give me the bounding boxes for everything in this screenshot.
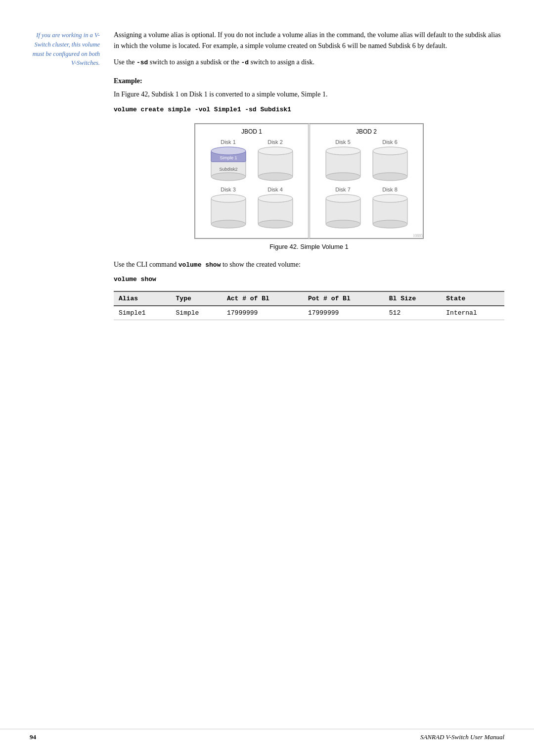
page: If you are working in a V-Switch cluster… xyxy=(0,0,534,756)
th-state: State xyxy=(441,291,504,306)
svg-point-22 xyxy=(326,194,360,202)
td-bl-size: 512 xyxy=(384,306,442,320)
paragraph-1: Assigning a volume alias is optional. If… xyxy=(114,30,504,52)
disk7-label: Disk 7 xyxy=(335,187,351,192)
figure-container: JBOD 1 Disk 1 xyxy=(114,123,504,239)
disk7-cylinder xyxy=(324,193,362,229)
disk8-item: Disk 8 xyxy=(369,187,411,229)
td-type: Simple xyxy=(171,306,222,320)
svg-text:Subdisk2: Subdisk2 xyxy=(219,167,237,172)
jbod2-bottom-row: Disk 7 xyxy=(314,187,419,229)
svg-point-10 xyxy=(211,194,246,202)
disk1-item: Disk 1 xyxy=(207,139,249,182)
paragraph-2: Use the -sd switch to assign a subdisk o… xyxy=(114,57,504,68)
disk8-cylinder xyxy=(371,193,409,229)
disk4-label: Disk 4 xyxy=(267,187,283,192)
td-state: Internal xyxy=(441,306,504,320)
svg-point-19 xyxy=(373,147,407,155)
figure-diagram: JBOD 1 Disk 1 xyxy=(194,123,424,239)
example-heading: Example: xyxy=(114,77,504,85)
table-header-row: Alias Type Act # of Bl Pot # of Bl Bl Si… xyxy=(114,291,504,306)
jbod2-box: JBOD 2 Disk 5 xyxy=(310,124,423,238)
svg-point-26 xyxy=(373,220,407,228)
disk5-label: Disk 5 xyxy=(335,139,351,145)
jbod1-top-row: Disk 1 xyxy=(199,139,304,182)
disk4-item: Disk 4 xyxy=(254,187,296,229)
svg-point-2 xyxy=(211,147,246,155)
para2-switch2: -d xyxy=(241,59,249,66)
disk7-item: Disk 7 xyxy=(322,187,364,229)
th-alias: Alias xyxy=(114,291,171,306)
disk2-cylinder xyxy=(256,146,295,182)
disk5-cylinder xyxy=(324,146,362,182)
disk6-cylinder xyxy=(371,146,409,182)
th-pot-bl: Pot # of Bl xyxy=(303,291,384,306)
disk8-label: Disk 8 xyxy=(382,187,398,192)
svg-point-14 xyxy=(258,220,293,228)
svg-point-25 xyxy=(373,194,407,202)
disk6-label: Disk 6 xyxy=(382,139,398,145)
disk1-label: Disk 1 xyxy=(221,139,236,145)
th-type: Type xyxy=(171,291,222,306)
page-footer: 94 SANRAD V-Switch User Manual xyxy=(0,729,534,741)
jbod1-box: JBOD 1 Disk 1 xyxy=(195,124,309,238)
sidebar-note: If you are working in a V-Switch cluster… xyxy=(30,30,109,320)
disk3-cylinder xyxy=(209,193,248,229)
para2-mid: switch to assign a subdisk or the xyxy=(148,58,241,66)
svg-text:Simple 1: Simple 1 xyxy=(220,155,237,160)
svg-point-3 xyxy=(211,173,246,181)
main-content: Assigning a volume alias is optional. If… xyxy=(109,30,504,320)
jbod1-bottom-row: Disk 3 xyxy=(199,187,304,229)
cli-intro-suffix: to show the created volume: xyxy=(221,261,300,268)
td-pot-bl: 17999999 xyxy=(303,306,384,320)
jbod2-title: JBOD 2 xyxy=(314,128,419,135)
command-1: volume create simple -vol Simple1 -sd Su… xyxy=(114,106,504,113)
para2-prefix: Use the xyxy=(114,58,136,66)
disk6-item: Disk 6 xyxy=(369,139,411,182)
th-act-bl: Act # of Bl xyxy=(222,291,303,306)
footer-manual-title: SANRAD V-Switch User Manual xyxy=(420,733,504,741)
svg-point-8 xyxy=(258,173,293,181)
disk5-item: Disk 5 xyxy=(322,139,364,182)
jbod1-title: JBOD 1 xyxy=(199,128,304,135)
cli-command: volume show xyxy=(178,261,221,269)
table-row: Simple1 Simple 17999999 17999999 512 Int… xyxy=(114,306,504,320)
figure-badge: 10885 xyxy=(413,234,423,238)
disk2-label: Disk 2 xyxy=(267,139,283,145)
cli-intro-prefix: Use the CLI command xyxy=(114,261,178,268)
svg-point-16 xyxy=(326,147,360,155)
para2-suffix: switch to assign a disk. xyxy=(249,58,314,66)
svg-point-13 xyxy=(258,194,293,202)
disk2-item: Disk 2 xyxy=(254,139,296,182)
sidebar-note-text: If you are working in a V-Switch cluster… xyxy=(33,32,100,66)
table-section: Alias Type Act # of Bl Pot # of Bl Bl Si… xyxy=(114,291,504,320)
volume-show-cmd: volume show xyxy=(114,276,504,283)
disk4-cylinder xyxy=(256,193,295,229)
th-bl-size: Bl Size xyxy=(384,291,442,306)
para2-switch1: -sd xyxy=(136,59,148,66)
svg-point-11 xyxy=(211,220,246,228)
footer-page-number: 94 xyxy=(30,733,36,741)
jbod2-top-row: Disk 5 xyxy=(314,139,419,182)
td-act-bl: 17999999 xyxy=(222,306,303,320)
example-text: In Figure 42, Subdisk 1 on Disk 1 is con… xyxy=(114,89,504,100)
svg-point-7 xyxy=(258,147,293,155)
para1-text: Assigning a volume alias is optional. If… xyxy=(114,31,501,49)
svg-point-20 xyxy=(373,173,407,181)
figure-caption-text: Figure 42. Simple Volume 1 xyxy=(269,243,349,250)
disk3-item: Disk 3 xyxy=(207,187,249,229)
cli-intro: Use the CLI command volume show to show … xyxy=(114,259,504,271)
disk1-cylinder: Simple 1 Subdisk2 xyxy=(209,146,248,182)
svg-point-17 xyxy=(326,173,360,181)
content-area: If you are working in a V-Switch cluster… xyxy=(0,30,534,320)
volume-table: Alias Type Act # of Bl Pot # of Bl Bl Si… xyxy=(114,291,504,320)
figure-caption: Figure 42. Simple Volume 1 xyxy=(114,243,504,250)
disk3-label: Disk 3 xyxy=(221,187,236,192)
td-alias: Simple1 xyxy=(114,306,171,320)
svg-point-23 xyxy=(326,220,360,228)
